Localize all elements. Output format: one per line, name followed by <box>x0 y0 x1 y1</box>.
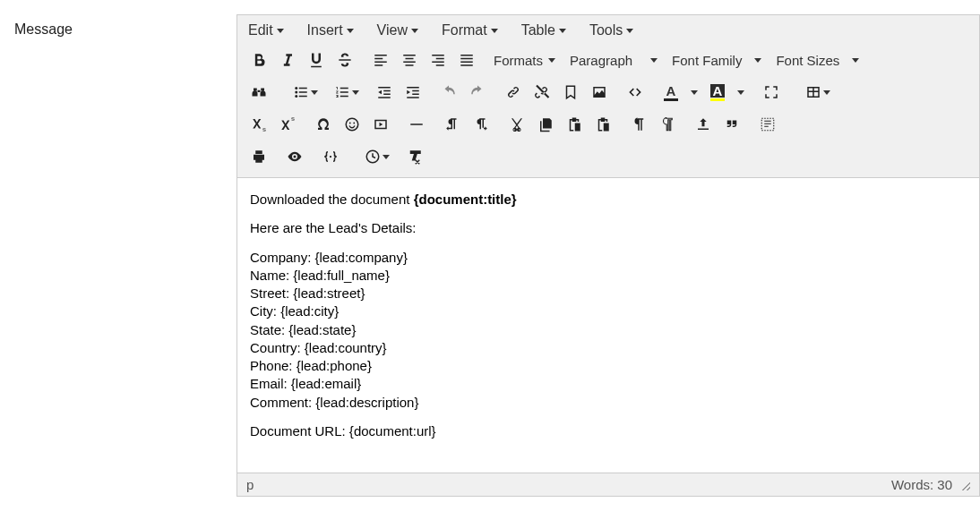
underline-button[interactable] <box>302 47 331 73</box>
caret-icon <box>823 90 830 95</box>
rich-text-editor: Edit Insert View Format Table Tools Form… <box>236 14 980 497</box>
cut-button[interactable] <box>503 111 531 138</box>
resize-grip[interactable] <box>959 480 970 490</box>
paragraph-dropdown[interactable]: Paragraph <box>564 47 663 73</box>
strikethrough-button[interactable] <box>331 47 359 73</box>
ltr-icon <box>444 116 460 132</box>
datetime-button[interactable] <box>352 143 393 170</box>
bookmark-icon <box>563 84 579 100</box>
preview-button[interactable] <box>280 143 309 170</box>
align-center-button[interactable] <box>395 47 424 73</box>
table-button[interactable] <box>793 79 834 106</box>
align-justify-icon <box>459 52 475 68</box>
numbered-list-button[interactable] <box>322 79 363 106</box>
paste-button[interactable] <box>560 111 589 138</box>
codesample-button[interactable] <box>316 143 345 170</box>
align-right-button[interactable] <box>424 47 452 73</box>
statusbar: p Words: 30 <box>237 473 979 496</box>
image-button[interactable] <box>585 79 614 106</box>
paste-text-icon <box>595 116 611 132</box>
clock-icon <box>365 149 381 165</box>
image-icon <box>591 84 607 100</box>
copy-button[interactable] <box>531 111 560 138</box>
align-center-icon <box>401 52 417 68</box>
print-button[interactable] <box>245 143 273 170</box>
smile-icon <box>344 116 360 132</box>
menubar: Edit Insert View Format Table Tools <box>237 15 979 44</box>
align-justify-button[interactable] <box>452 47 481 73</box>
fullscreen-icon <box>763 84 779 100</box>
caret-icon <box>491 29 498 33</box>
svg-point-5 <box>353 123 355 124</box>
source-code-button[interactable] <box>621 79 649 106</box>
text-color-button[interactable]: A <box>657 79 703 106</box>
caret-icon <box>737 90 744 95</box>
menu-tools[interactable]: Tools <box>588 21 646 40</box>
menu-table[interactable]: Table <box>520 21 579 40</box>
menu-view[interactable]: View <box>375 21 431 40</box>
caret-icon <box>411 29 418 33</box>
background-color-button[interactable]: A <box>703 79 750 106</box>
bold-button[interactable] <box>245 47 273 73</box>
indent-icon <box>405 84 421 100</box>
undo-icon <box>441 84 457 100</box>
editor-content[interactable]: Downloaded the document {document:title}… <box>237 177 979 473</box>
find-replace-button[interactable] <box>245 79 273 106</box>
emoticons-button[interactable] <box>338 111 366 138</box>
formats-dropdown[interactable]: Formats <box>488 47 561 73</box>
svg-point-0 <box>295 87 297 89</box>
superscript-icon <box>279 116 296 132</box>
bullet-list-button[interactable] <box>280 79 322 106</box>
fontfamily-dropdown[interactable]: Font Family <box>666 47 767 73</box>
paste-icon <box>566 116 582 132</box>
special-character-button[interactable] <box>309 111 338 138</box>
menu-format[interactable]: Format <box>440 21 511 40</box>
field-label: Message <box>14 14 236 497</box>
menu-view-label: View <box>377 22 408 38</box>
outdent-icon <box>376 84 392 100</box>
menu-insert-label: Insert <box>307 22 343 38</box>
horizontal-rule-button[interactable] <box>402 111 431 138</box>
anchor-button[interactable] <box>556 79 585 106</box>
upload-icon <box>695 116 711 132</box>
align-left-button[interactable] <box>366 47 395 73</box>
superscript-button[interactable] <box>273 111 302 138</box>
content-line: Downloaded the document {document:title} <box>250 191 967 209</box>
italic-icon <box>279 51 297 69</box>
svg-point-1 <box>295 91 297 94</box>
align-right-icon <box>430 52 446 68</box>
subscript-button[interactable] <box>245 111 273 138</box>
fullscreen-button[interactable] <box>757 79 786 106</box>
nonbreaking-button[interactable] <box>689 111 718 138</box>
cut-icon <box>509 116 525 132</box>
link-button[interactable] <box>499 79 528 106</box>
blockquote-button[interactable] <box>718 111 746 138</box>
content-line: Here are the Lead's Details: <box>250 219 967 237</box>
menu-edit[interactable]: Edit <box>246 21 297 40</box>
paragraph-label: Paragraph <box>570 53 632 68</box>
caret-icon <box>691 90 698 95</box>
indent-button[interactable] <box>399 79 427 106</box>
redo-button[interactable] <box>463 79 492 106</box>
italic-button[interactable] <box>273 47 302 73</box>
ltr-button[interactable] <box>438 111 467 138</box>
rtl-button[interactable] <box>467 111 495 138</box>
content-line: Comment: {lead:description} <box>250 394 967 412</box>
element-path[interactable]: p <box>246 477 254 492</box>
template-icon <box>760 116 776 132</box>
underline-icon <box>307 51 325 69</box>
media-icon <box>373 116 389 132</box>
undo-button[interactable] <box>434 79 463 106</box>
show-invisibles-button[interactable] <box>624 111 653 138</box>
menu-tools-label: Tools <box>589 22 623 38</box>
clear-formatting-button[interactable] <box>400 143 429 170</box>
unlink-button[interactable] <box>528 79 556 106</box>
visual-blocks-button[interactable] <box>653 111 682 138</box>
template-button[interactable] <box>753 111 782 138</box>
menu-insert[interactable]: Insert <box>305 21 366 40</box>
media-button[interactable] <box>366 111 395 138</box>
fontsizes-dropdown[interactable]: Font Sizes <box>770 47 864 73</box>
pilcrow-outline-icon <box>659 116 675 132</box>
outdent-button[interactable] <box>370 79 399 106</box>
paste-text-button[interactable] <box>589 111 617 138</box>
